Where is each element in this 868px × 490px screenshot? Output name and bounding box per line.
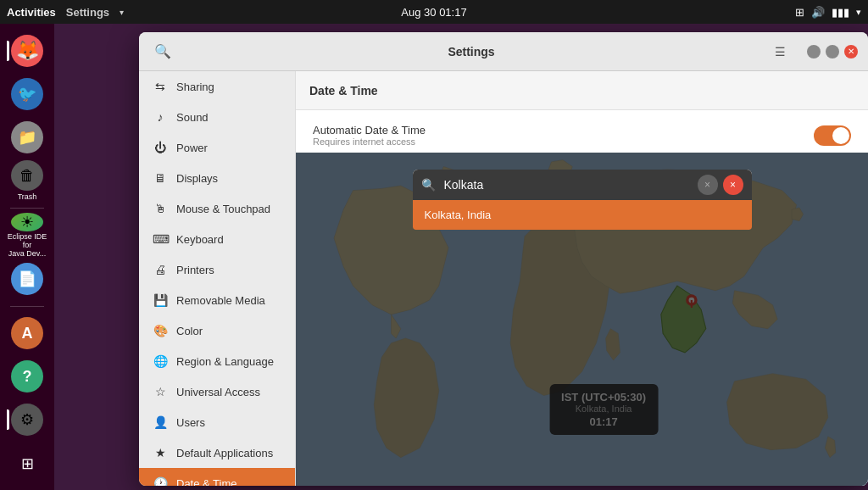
sound-icon[interactable]: 🔊 xyxy=(811,6,825,19)
window-maximize-button[interactable] xyxy=(826,45,839,58)
sound-sidebar-icon: ♪ xyxy=(153,110,168,124)
sidebar-item-default-apps[interactable]: ★ Default Applications xyxy=(139,437,295,468)
sidebar-item-displays-label: Displays xyxy=(176,172,218,185)
users-icon: 👤 xyxy=(153,415,168,429)
settings-header: 🔍 Settings ☰ ✕ xyxy=(139,32,868,71)
firefox-icon: 🦊 xyxy=(11,35,43,67)
dock-icon-eclipse[interactable]: ☀ Eclipse IDE for Java Dev... xyxy=(7,215,47,256)
network-icon: ⊞ xyxy=(795,6,804,19)
tz-search-icon: 🔍 xyxy=(421,178,436,192)
topbar-right: ⊞ 🔊 ▮▮▮ ▾ xyxy=(795,6,861,19)
printers-icon: 🖨 xyxy=(153,263,168,276)
sidebar-item-datetime[interactable]: 🕐 Date & Time xyxy=(139,468,295,486)
settings-icon: ⚙ xyxy=(11,404,43,436)
tz-search-input-row: 🔍 × × xyxy=(413,170,752,200)
sidebar-item-sharing[interactable]: ⇆ Sharing xyxy=(139,71,295,102)
settings-menu-button[interactable]: ☰ xyxy=(766,38,793,65)
settings-arrow[interactable]: ▾ xyxy=(120,8,124,17)
auto-date-toggle[interactable] xyxy=(814,125,851,146)
sidebar-item-printers-label: Printers xyxy=(176,264,214,276)
sidebar-item-keyboard[interactable]: ⌨ Keyboard xyxy=(139,224,295,254)
sidebar-item-region-label: Region & Language xyxy=(176,355,274,368)
sidebar-item-mouse-label: Mouse & Touchpad xyxy=(176,203,270,215)
keyboard-icon: ⌨ xyxy=(153,232,168,246)
removable-icon: 💾 xyxy=(153,293,168,307)
tz-search-input[interactable] xyxy=(441,175,698,195)
color-icon: 🎨 xyxy=(153,324,168,337)
sidebar-item-sound-label: Sound xyxy=(176,111,209,124)
dock-separator-1 xyxy=(10,208,44,209)
dock-icon-thunderbird[interactable]: 🐦 xyxy=(7,74,47,114)
displays-icon: 🖥 xyxy=(153,171,168,185)
help-icon: ? xyxy=(11,360,43,393)
sidebar-item-power-label: Power xyxy=(176,142,208,154)
apps-grid-icon: ⊞ xyxy=(21,454,34,473)
trash-label: Trash xyxy=(18,192,37,201)
tz-result-kolkata[interactable]: Kolkata, India xyxy=(413,200,752,230)
activities-label[interactable]: Activities xyxy=(7,6,56,19)
timezone-search-overlay: 🔍 × × Kolkata, India xyxy=(296,153,868,486)
sidebar-item-removable-label: Removable Media xyxy=(176,294,265,307)
sidebar-item-keyboard-label: Keyboard xyxy=(176,233,224,246)
sidebar-item-removable[interactable]: 💾 Removable Media xyxy=(139,285,295,315)
tz-close-button[interactable]: × xyxy=(723,175,743,195)
topbar: Activities Settings ▾ Aug 30 01:17 ⊞ 🔊 ▮… xyxy=(0,0,868,24)
dock-icon-files[interactable]: 📁 xyxy=(7,117,47,157)
settings-content: Date & Time Automatic Date & Time Requir… xyxy=(296,71,868,486)
datetime-icon: 🕐 xyxy=(153,476,168,486)
dock-icon-document[interactable]: 📄 xyxy=(7,259,47,299)
window-minimize-button[interactable] xyxy=(807,45,821,58)
window-close-button[interactable]: ✕ xyxy=(844,45,858,58)
main-area: 🔍 Settings ☰ ✕ ⇆ Sharing ♪ Sound xyxy=(54,24,868,490)
tz-search-clear-button[interactable]: × xyxy=(698,175,718,195)
region-icon: 🌐 xyxy=(153,354,168,368)
sidebar-item-mouse[interactable]: 🖱 Mouse & Touchpad xyxy=(139,193,295,224)
timezone-search-box: 🔍 × × Kolkata, India xyxy=(413,170,752,230)
eclipse-label: Eclipse IDE for Java Dev... xyxy=(7,233,47,259)
settings-label[interactable]: Settings xyxy=(66,6,109,19)
dock: 🦊 🐦 📁 🗑 Trash ☀ Eclipse IDE for Java Dev… xyxy=(0,24,54,490)
sidebar-item-users[interactable]: 👤 Users xyxy=(139,407,295,437)
eclipse-icon: ☀ xyxy=(11,213,43,231)
settings-search-button[interactable]: 🔍 xyxy=(149,38,176,65)
power-icon: ⏻ xyxy=(153,141,168,154)
dock-icon-trash[interactable]: 🗑 Trash xyxy=(7,160,47,201)
dock-icon-appstore[interactable]: A xyxy=(7,314,47,354)
sharing-icon: ⇆ xyxy=(153,80,168,93)
window-controls: ✕ xyxy=(807,45,858,58)
default-apps-icon: ★ xyxy=(153,446,168,459)
auto-date-main-label: Automatic Date & Time xyxy=(313,124,426,136)
topbar-datetime: Aug 30 01:17 xyxy=(401,6,466,19)
auto-date-sub-label: Requires internet access xyxy=(313,136,426,147)
sidebar-item-users-label: Users xyxy=(176,416,205,429)
topbar-center: Aug 30 01:17 xyxy=(401,6,466,19)
dock-active-indicator-firefox xyxy=(7,41,9,61)
map-container: IST (UTC+05:30) Kolkata, India 01:17 🔍 ×… xyxy=(296,153,868,486)
sidebar-item-region[interactable]: 🌐 Region & Language xyxy=(139,346,295,376)
thunderbird-icon: 🐦 xyxy=(11,78,43,110)
dock-icon-settings[interactable]: ⚙ xyxy=(7,400,47,440)
sidebar-item-sharing-label: Sharing xyxy=(176,81,214,93)
tz-search-results: Kolkata, India xyxy=(413,200,752,230)
settings-header-title: Settings xyxy=(183,45,760,58)
datetime-header: Date & Time xyxy=(296,71,868,110)
dock-separator-2 xyxy=(10,306,44,307)
dock-active-indicator-settings xyxy=(7,409,9,430)
dock-icon-firefox[interactable]: 🦊 xyxy=(7,31,47,70)
settings-sidebar: ⇆ Sharing ♪ Sound ⏻ Power 🖥 Displays 🖱 xyxy=(139,71,296,486)
appstore-icon: A xyxy=(11,317,43,349)
dock-icon-apps-grid[interactable]: ⊞ xyxy=(7,443,47,483)
sidebar-item-universal[interactable]: ☆ Universal Access xyxy=(139,376,295,407)
sidebar-item-power[interactable]: ⏻ Power xyxy=(139,132,295,163)
sidebar-item-universal-label: Universal Access xyxy=(176,386,260,398)
trash-icon: 🗑 xyxy=(11,160,43,191)
sidebar-item-datetime-label: Date & Time xyxy=(176,477,237,487)
sidebar-item-color[interactable]: 🎨 Color xyxy=(139,315,295,346)
sidebar-item-sound[interactable]: ♪ Sound xyxy=(139,102,295,132)
datetime-title: Date & Time xyxy=(309,84,378,97)
sidebar-item-displays[interactable]: 🖥 Displays xyxy=(139,163,295,193)
topbar-menu-arrow[interactable]: ▾ xyxy=(856,7,861,18)
sidebar-item-default-apps-label: Default Applications xyxy=(176,447,273,459)
dock-icon-help[interactable]: ? xyxy=(7,357,47,397)
sidebar-item-printers[interactable]: 🖨 Printers xyxy=(139,254,295,285)
